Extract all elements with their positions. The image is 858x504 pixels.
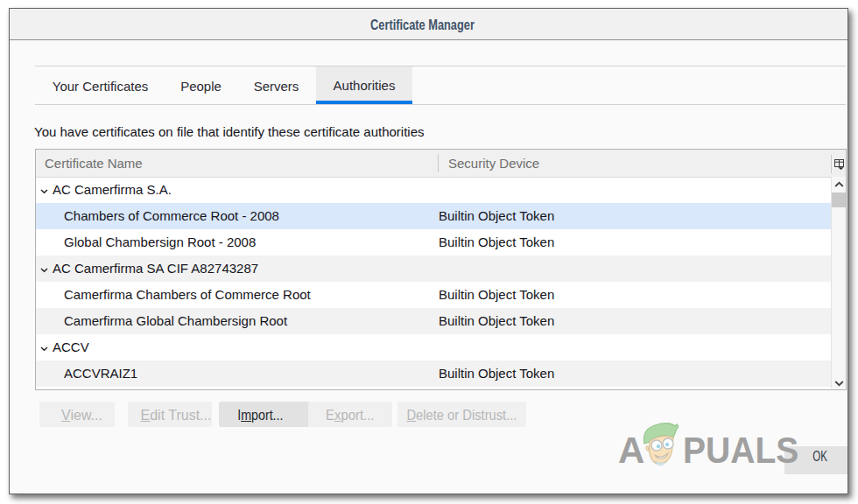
svg-text:A: A (618, 430, 644, 471)
svg-text:PUALS: PUALS (683, 430, 798, 472)
